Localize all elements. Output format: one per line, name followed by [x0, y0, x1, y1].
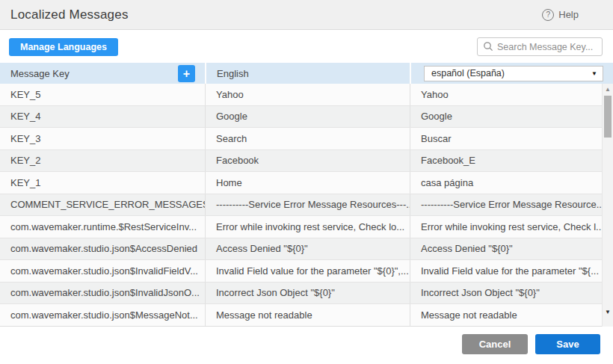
column-header-message-key: Message Key +: [0, 63, 205, 84]
language-select-value: español (España): [431, 68, 505, 78]
table-row[interactable]: com.wavemaker.studio.json$AccessDenied A…: [0, 238, 613, 261]
table-row[interactable]: com.wavemaker.studio.json$MessageNot... …: [0, 304, 613, 327]
scrollbar-thumb[interactable]: [604, 96, 612, 138]
column-header-english: English: [205, 63, 410, 84]
translation-value-cell[interactable]: Access Denied "${0}": [410, 238, 602, 260]
table-row[interactable]: KEY_1 Home casa página: [0, 172, 613, 194]
english-value-cell[interactable]: Invalid Field value for the parameter "$…: [205, 260, 410, 282]
translation-value-cell[interactable]: Invalid Field value for the parameter "$…: [410, 260, 602, 282]
table-row[interactable]: KEY_3 Search Buscar: [0, 128, 613, 150]
english-value-cell[interactable]: Google: [205, 106, 410, 128]
english-header-label: English: [217, 68, 249, 79]
english-value-cell[interactable]: Home: [205, 172, 410, 194]
table-header: Message Key + English español (España) ▼: [0, 63, 613, 84]
message-key-cell[interactable]: KEY_5: [0, 84, 205, 105]
cancel-button[interactable]: Cancel: [462, 334, 528, 354]
english-value-cell[interactable]: ----------Service Error Message Resource…: [205, 194, 410, 216]
save-button[interactable]: Save: [535, 334, 600, 354]
table-row[interactable]: com.wavemaker.runtime.$RestServiceInv...…: [0, 216, 613, 238]
table-row[interactable]: com.wavemaker.studio.json$InvalidFieldV.…: [0, 260, 613, 283]
search-input[interactable]: [477, 37, 603, 56]
scroll-up-icon[interactable]: ▲: [603, 85, 613, 94]
search-icon: [483, 41, 493, 52]
help-label: Help: [558, 9, 579, 20]
table-row[interactable]: KEY_2 Facebook Facebook_E: [0, 150, 613, 173]
translation-value-cell[interactable]: Incorrect Json Object "${0}": [410, 283, 602, 304]
english-value-cell[interactable]: Incorrect Json Object "${0}": [205, 283, 410, 304]
english-value-cell[interactable]: Error while invoking rest service, Check…: [205, 216, 410, 238]
message-key-cell[interactable]: com.wavemaker.runtime.$RestServiceInv...: [0, 216, 205, 238]
translation-value-cell[interactable]: casa página: [410, 172, 602, 194]
translation-value-cell[interactable]: ----------Service Error Message Resource…: [410, 194, 602, 216]
help-icon: ?: [542, 9, 554, 21]
english-value-cell[interactable]: Facebook: [205, 150, 410, 172]
message-key-cell[interactable]: KEY_4: [0, 106, 205, 128]
message-key-cell[interactable]: com.wavemaker.studio.json$AccessDenied: [0, 238, 205, 260]
message-key-cell[interactable]: COMMENT_SERVICE_ERROR_MESSAGES: [0, 194, 205, 216]
translation-value-cell[interactable]: Facebook_E: [410, 150, 602, 172]
message-key-cell[interactable]: KEY_3: [0, 128, 205, 149]
table-row[interactable]: COMMENT_SERVICE_ERROR_MESSAGES ---------…: [0, 194, 613, 217]
english-value-cell[interactable]: Access Denied "${0}": [205, 238, 410, 260]
english-value-cell[interactable]: Yahoo: [205, 84, 410, 105]
message-key-cell[interactable]: KEY_1: [0, 172, 205, 194]
page-title: Localized Messages: [10, 7, 129, 22]
scroll-down-icon[interactable]: ▼: [603, 308, 613, 317]
table-row[interactable]: KEY_5 Yahoo Yahoo: [0, 84, 613, 106]
title-bar: Localized Messages ? Help: [0, 0, 613, 30]
message-key-cell[interactable]: com.wavemaker.studio.json$InvalidFieldV.…: [0, 260, 205, 282]
message-key-cell[interactable]: KEY_2: [0, 150, 205, 172]
table-row[interactable]: com.wavemaker.studio.json$InvalidJsonO..…: [0, 283, 613, 305]
add-message-key-button[interactable]: +: [178, 65, 195, 82]
translation-value-cell[interactable]: Yahoo: [410, 84, 602, 105]
translation-value-cell[interactable]: Message not readable: [410, 304, 602, 326]
help-button[interactable]: ? Help: [542, 9, 579, 21]
translation-value-cell[interactable]: Buscar: [410, 128, 602, 149]
table-body: KEY_5 Yahoo Yahoo KEY_4 Google Google KE…: [0, 84, 613, 327]
chevron-down-icon: ▼: [591, 70, 597, 77]
translation-value-cell[interactable]: Error while invoking rest service, Check…: [410, 216, 602, 238]
message-key-cell[interactable]: com.wavemaker.studio.json$MessageNot...: [0, 304, 205, 326]
toolbar: Manage Languages: [0, 31, 613, 63]
column-header-language: español (España) ▼: [410, 63, 613, 84]
manage-languages-button[interactable]: Manage Languages: [9, 38, 118, 56]
table-row[interactable]: KEY_4 Google Google: [0, 106, 613, 129]
message-key-header-label: Message Key: [10, 68, 70, 79]
language-select[interactable]: español (España) ▼: [424, 66, 603, 81]
english-value-cell[interactable]: Search: [205, 128, 410, 149]
message-key-cell[interactable]: com.wavemaker.studio.json$InvalidJsonO..…: [0, 283, 205, 304]
table-scrollbar[interactable]: ▲ ▼: [602, 84, 613, 327]
translation-value-cell[interactable]: Google: [410, 106, 602, 128]
search-box: [477, 37, 603, 56]
footer: Cancel Save: [0, 327, 613, 364]
english-value-cell[interactable]: Message not readable: [205, 304, 410, 326]
